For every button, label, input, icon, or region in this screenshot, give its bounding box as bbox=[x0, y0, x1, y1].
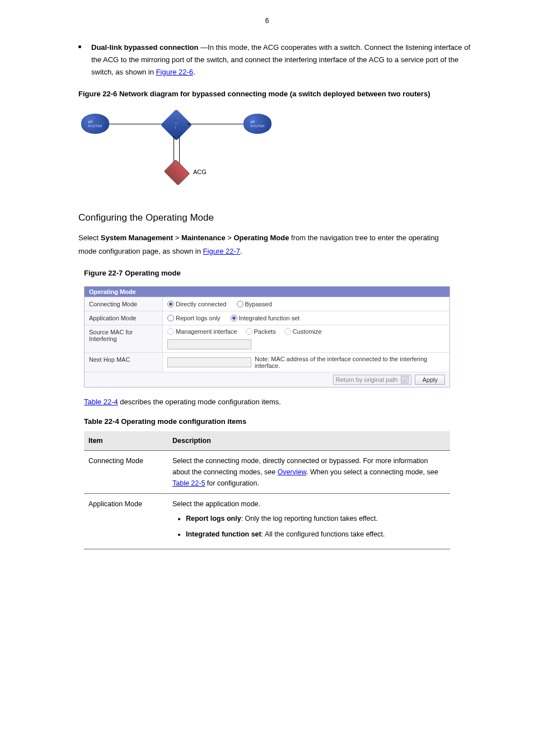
fig-22-6-link[interactable]: Figure 22-6 bbox=[156, 68, 193, 76]
page-number: 6 bbox=[34, 17, 500, 25]
return-path-dropdown[interactable]: Return by original path ⌄ bbox=[333, 375, 412, 385]
intro-bullet-block: Dual-link bypassed connection —In this m… bbox=[78, 41, 478, 78]
link-line bbox=[179, 136, 180, 164]
nav-maintenance: Maintenance bbox=[181, 234, 226, 242]
table-22-5-link[interactable]: Table 22-5 bbox=[172, 479, 205, 487]
switch-label: ↔↕ bbox=[165, 114, 188, 136]
label-next-hop-mac: Next Hop MAC bbox=[85, 353, 163, 372]
panel-title: Operating Mode bbox=[85, 287, 449, 297]
radio-label: Packets bbox=[254, 328, 276, 335]
next-hop-note: Note: MAC address of the interface conne… bbox=[255, 356, 445, 369]
radio-directly-connected[interactable]: Directly connected bbox=[167, 301, 227, 307]
table-row: Application Mode Select the application … bbox=[84, 494, 450, 549]
row-next-hop-mac: Next Hop MAC Note: MAC address of the in… bbox=[85, 352, 449, 372]
cfg-m1: > bbox=[173, 234, 181, 242]
figure-22-7-caption: Figure 22-7 Operating mode bbox=[84, 269, 500, 277]
cell-description: Select the application mode. Report logs… bbox=[168, 494, 450, 549]
router-left-icon: ⇄ROUTER bbox=[81, 114, 109, 134]
radio-label: Integrated function set bbox=[239, 315, 300, 321]
radio-dot-icon bbox=[231, 315, 237, 321]
col-description: Description bbox=[168, 431, 450, 451]
radio-dot-icon bbox=[167, 328, 174, 335]
intro-bullet: Dual-link bypassed connection —In this m… bbox=[78, 41, 478, 78]
radio-label: Directly connected bbox=[176, 301, 227, 307]
dropdown-value: Return by original path bbox=[336, 376, 398, 383]
table-intro: Table 22-4 describes the operating mode … bbox=[84, 395, 456, 408]
fig-22-7-link[interactable]: Figure 22-7 bbox=[203, 247, 240, 255]
radio-dot-icon bbox=[167, 301, 174, 307]
cfg-tail: . bbox=[240, 247, 242, 255]
nav-system-management: System Management bbox=[101, 234, 173, 242]
operating-mode-panel: Operating Mode Connecting Mode Directly … bbox=[84, 286, 450, 388]
router-left-label: ⇄ROUTER bbox=[88, 120, 102, 128]
table-22-4-link[interactable]: Table 22-4 bbox=[84, 398, 118, 406]
radio-label: Bypassed bbox=[245, 301, 272, 307]
desc-text: . When you select a connecting mode, see bbox=[306, 468, 438, 476]
figure-22-6-diagram: ⇄ROUTER ↔↕ ⇄ROUTER ACG bbox=[78, 104, 302, 199]
table-22-4-caption: Table 22-4 Operating mode configuration … bbox=[84, 417, 500, 426]
bullet-lead: Integrated function set bbox=[186, 530, 261, 538]
radio-dot-icon bbox=[167, 315, 174, 321]
intro-lead: Dual-link bypassed connection bbox=[91, 43, 198, 52]
figure-22-6-caption: Figure 22-6 Network diagram for bypassed… bbox=[78, 90, 500, 98]
table-intro-rest: describes the operating mode configurati… bbox=[118, 398, 281, 406]
radio-label: Customize bbox=[293, 328, 322, 335]
link-line bbox=[188, 124, 243, 124]
radio-dot-icon bbox=[246, 328, 252, 335]
label-application-mode: Application Mode bbox=[85, 311, 163, 325]
acg-label: ACG bbox=[193, 169, 207, 175]
nav-operating-mode: Operating Mode bbox=[233, 234, 289, 242]
col-item: Item bbox=[84, 431, 168, 451]
row-application-mode: Application Mode Report logs only Integr… bbox=[85, 311, 449, 325]
value-connecting-mode: Directly connected Bypassed bbox=[163, 297, 449, 311]
radio-label: Management interface bbox=[176, 328, 237, 335]
bullet-dot-icon bbox=[78, 45, 81, 48]
value-next-hop-mac: Note: MAC address of the interface conne… bbox=[163, 353, 449, 372]
row-connecting-mode: Connecting Mode Directly connected Bypas… bbox=[85, 297, 449, 311]
section-heading: Configuring the Operating Mode bbox=[78, 212, 500, 223]
source-mac-input[interactable] bbox=[167, 339, 251, 349]
desc-text: Select the application mode. bbox=[172, 500, 260, 508]
radio-label: Report logs only bbox=[176, 315, 221, 321]
value-application-mode: Report logs only Integrated function set bbox=[163, 311, 449, 325]
router-right-label: ⇄ROUTER bbox=[250, 120, 264, 128]
radio-dot-icon bbox=[284, 328, 291, 335]
radio-management-interface[interactable]: Management interface bbox=[167, 328, 237, 335]
link-line bbox=[109, 124, 165, 124]
cell-item: Application Mode bbox=[84, 494, 168, 549]
intro-bullet-text: Dual-link bypassed connection —In this m… bbox=[91, 41, 478, 78]
value-source-mac: Management interface Packets Customize bbox=[163, 325, 449, 352]
desc-bullets: Report logs only: Only the log reporting… bbox=[172, 513, 446, 540]
acg-icon bbox=[164, 160, 190, 186]
table-row: Connecting Mode Select the connecting mo… bbox=[84, 451, 450, 494]
radio-customize[interactable]: Customize bbox=[284, 328, 322, 335]
bullet-rest: : Only the log reporting function takes … bbox=[241, 515, 378, 522]
list-item: Report logs only: Only the log reporting… bbox=[186, 513, 446, 524]
cell-item: Connecting Mode bbox=[84, 451, 168, 494]
label-connecting-mode: Connecting Mode bbox=[85, 297, 163, 311]
overview-link[interactable]: Overview bbox=[278, 468, 306, 476]
cell-description: Select the connecting mode, directly con… bbox=[168, 451, 450, 494]
row-source-mac: Source MAC for Interfering Management in… bbox=[85, 325, 449, 352]
list-item: Integrated function set: All the configu… bbox=[186, 529, 446, 540]
chevron-down-icon: ⌄ bbox=[401, 376, 409, 384]
intro-tail: . bbox=[193, 68, 195, 76]
radio-integrated-function-set[interactable]: Integrated function set bbox=[231, 315, 300, 321]
bullet-rest: : All the configured functions take effe… bbox=[261, 530, 385, 538]
bullet-lead: Report logs only bbox=[186, 515, 241, 522]
radio-packets[interactable]: Packets bbox=[246, 328, 276, 335]
cfg-m2: > bbox=[226, 234, 234, 242]
cfg-pre: Select bbox=[78, 234, 101, 242]
switch-icon: ↔↕ bbox=[161, 109, 193, 141]
radio-bypassed[interactable]: Bypassed bbox=[237, 301, 272, 307]
config-intro: Select System Management > Maintenance >… bbox=[78, 231, 456, 258]
config-items-table: Item Description Connecting Mode Select … bbox=[84, 431, 450, 549]
label-source-mac: Source MAC for Interfering bbox=[85, 325, 163, 352]
panel-footer: Return by original path ⌄ Apply bbox=[85, 372, 449, 387]
radio-report-logs-only[interactable]: Report logs only bbox=[167, 315, 221, 321]
router-right-icon: ⇄ROUTER bbox=[243, 114, 271, 134]
desc-text: for configuration. bbox=[205, 479, 259, 487]
apply-button[interactable]: Apply bbox=[415, 375, 445, 385]
next-hop-mac-input[interactable] bbox=[167, 357, 251, 367]
radio-dot-icon bbox=[237, 301, 243, 307]
